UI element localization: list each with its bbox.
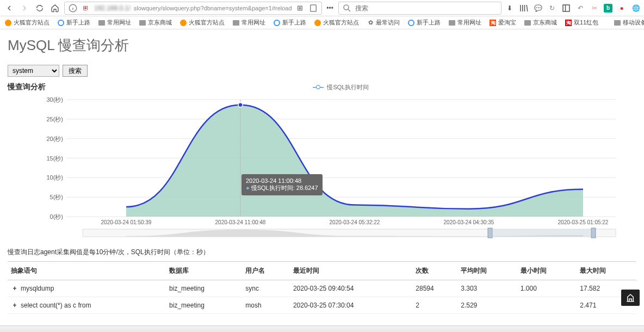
url-bar[interactable]: ⛨ 192.168.0.1/ slowquery/slowquery.php?d…	[64, 2, 322, 15]
svg-point-2	[344, 5, 349, 10]
bookmark-item[interactable]: 新手上路	[407, 19, 441, 27]
page-title: MySQL 慢查询分析	[8, 36, 636, 55]
bookmark-label: 爱淘宝	[498, 19, 516, 27]
forward-button[interactable]	[18, 2, 30, 14]
search-button[interactable]: 搜索	[63, 65, 88, 77]
table-header[interactable]: 最小时间	[517, 262, 577, 280]
sync-icon[interactable]: ↻	[547, 3, 557, 13]
bookmark-item[interactable]: 常用网址	[232, 19, 265, 27]
bookmark-item[interactable]: 新手上路	[273, 19, 306, 27]
legend[interactable]: 慢SQL执行时间	[313, 83, 369, 91]
library-icon[interactable]	[519, 3, 529, 13]
chart-svg: 0(秒)5(秒)10(秒)15(秒)20(秒)25(秒)30(秒)2020-03…	[8, 94, 636, 241]
bookmark-icon	[139, 19, 146, 27]
taskbar	[0, 325, 644, 332]
svg-rect-1	[310, 5, 316, 11]
table-cell: sync	[242, 280, 290, 297]
bookmark-item[interactable]: 常用网址	[98, 19, 131, 27]
scissors-icon[interactable]: ✂	[590, 3, 599, 13]
bookmark-item[interactable]: 火狐官方站点	[179, 19, 225, 27]
bookmark-item[interactable]: 火狐官方站点	[314, 19, 359, 27]
record-icon[interactable]: ●	[617, 3, 627, 13]
bookmark-label: 最常访问	[376, 19, 400, 27]
bookmark-label: 常用网址	[457, 19, 481, 27]
chart-tooltip: 2020-03-24 11:00:48 慢SQL执行时间: 28.6247	[242, 174, 323, 195]
bookmark-mobile[interactable]: 移动设备上的书	[614, 19, 644, 27]
reload-button[interactable]	[34, 2, 46, 14]
bookmark-label: 火狐官方站点	[323, 19, 359, 27]
legend-marker-icon	[313, 84, 324, 90]
bookmark-item[interactable]: ✿最常访问	[367, 19, 400, 27]
browser-search[interactable]	[338, 2, 501, 15]
tooltip-value: 慢SQL执行时间: 28.6247	[246, 184, 318, 192]
expand-icon[interactable]: +	[11, 302, 18, 309]
sidebar-icon[interactable]	[561, 3, 571, 13]
expand-icon[interactable]: +	[11, 285, 18, 292]
table-cell: 3.303	[457, 280, 517, 297]
table-body: +mysqldumpbiz_meetingsync2020-03-25 09:4…	[8, 280, 636, 314]
bookmark-item[interactable]: 京东商城	[139, 19, 172, 27]
undo-icon[interactable]: ↶	[575, 3, 585, 13]
bookmark-icon	[614, 19, 621, 27]
block-icon: ⛨	[81, 3, 91, 13]
bookmark-label: 京东商城	[148, 19, 172, 27]
svg-text:2020-03-24 04:30:35: 2020-03-24 04:30:35	[444, 219, 494, 225]
bookmark-item[interactable]: 淘双11红包	[565, 19, 598, 27]
bookmark-bar: 火狐官方站点新手上路常用网址京东商城火狐官方站点常用网址新手上路火狐官方站点✿最…	[0, 16, 644, 29]
table-header[interactable]: 最近时间	[290, 262, 412, 280]
info-icon	[68, 3, 78, 13]
home-button[interactable]	[49, 2, 61, 14]
table-row[interactable]: +mysqldumpbiz_meetingsync2020-03-25 09:4…	[8, 280, 636, 297]
table-header[interactable]: 用户名	[242, 262, 290, 280]
table-cell: biz_meeting	[166, 297, 242, 314]
db-select[interactable]: system	[8, 65, 59, 77]
table-cell: 2	[412, 297, 457, 314]
table-cell	[517, 297, 577, 314]
bookmark-item[interactable]: 常用网址	[448, 19, 481, 27]
svg-text:2020-03-24 01:50:39: 2020-03-24 01:50:39	[101, 219, 152, 225]
table-header[interactable]: 最大时间	[577, 262, 636, 280]
controls: system 搜索	[8, 65, 636, 77]
bookmark-item[interactable]: 火狐官方站点	[4, 19, 49, 27]
chat-icon[interactable]: 💬	[533, 3, 543, 13]
globe-icon[interactable]: 🌐	[631, 3, 641, 13]
svg-text:10(秒): 10(秒)	[46, 174, 63, 181]
table-cell: biz_meeting	[166, 280, 242, 297]
bing-icon[interactable]: b	[604, 4, 612, 13]
bookmark-icon	[4, 19, 12, 27]
tooltip-time: 2020-03-24 11:00:48	[246, 177, 318, 184]
qr-icon[interactable]: ⊞	[295, 3, 305, 13]
svg-rect-28	[492, 229, 591, 237]
browser-search-input[interactable]	[355, 4, 498, 12]
bookmark-label: 新手上路	[417, 19, 441, 27]
table-cell: mosh	[242, 297, 290, 314]
bookmark-label: 双11红包	[574, 19, 598, 27]
table-cell: 1.000	[517, 280, 577, 297]
table-header[interactable]: 数据库	[166, 262, 242, 280]
browser-toolbar: ⛨ 192.168.0.1/ slowquery/slowquery.php?d…	[0, 0, 644, 16]
bookmark-item[interactable]: 淘爱淘宝	[489, 19, 516, 27]
bookmark-label: 常用网址	[107, 19, 131, 27]
table-header[interactable]: 平均时间	[457, 262, 517, 280]
download-icon[interactable]: ⬇	[505, 3, 515, 13]
svg-text:2020-03-24 05:32:22: 2020-03-24 05:32:22	[330, 219, 380, 225]
bookmark-item[interactable]: 京东商城	[524, 19, 557, 27]
page-content: MySQL 慢查询分析 system 搜索 慢查询分析 慢SQL执行时间 0(秒…	[0, 29, 644, 321]
reader-icon[interactable]	[308, 3, 318, 13]
bookmark-item[interactable]: 新手上路	[57, 19, 90, 27]
table-header[interactable]: 次数	[412, 262, 457, 280]
svg-text:20(秒): 20(秒)	[46, 136, 63, 142]
bookmark-icon	[98, 19, 106, 27]
overflow-icon[interactable]: •••	[325, 3, 335, 13]
url-host-blurred: 192.168.0.1/	[94, 4, 131, 12]
table-cell: +mysqldump	[8, 280, 166, 297]
table-cell: 28594	[412, 280, 457, 297]
chart-area[interactable]: 0(秒)5(秒)10(秒)15(秒)20(秒)25(秒)30(秒)2020-03…	[8, 94, 636, 241]
table-row[interactable]: +select count(*) as c frombiz_meetingmos…	[8, 297, 636, 314]
float-action-button[interactable]	[621, 290, 640, 306]
table-header[interactable]: 抽象语句	[8, 262, 166, 280]
chart-header: 慢查询分析 慢SQL执行时间	[8, 82, 636, 92]
toolbar-right: ⬇ 💬 ↻ ↶ ✂ b ● 🌐	[505, 3, 641, 13]
back-button[interactable]	[3, 2, 15, 14]
legend-label: 慢SQL执行时间	[327, 83, 369, 91]
